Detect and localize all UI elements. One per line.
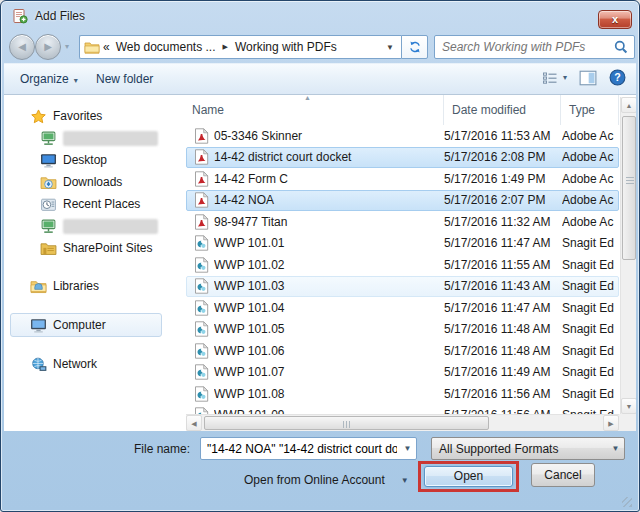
file-row[interactable]: WWP 101.095/17/2016 11:56 AMSnagit Ed [186, 405, 619, 415]
sidebar-item-libraries[interactable]: Libraries [4, 275, 186, 297]
folder-icon [84, 41, 100, 54]
sidebar-item-computer[interactable]: Computer [10, 313, 162, 337]
open-button[interactable]: Open [424, 466, 513, 487]
file-name-label: File name: [134, 442, 190, 456]
column-header-type[interactable]: Type [561, 95, 619, 125]
chevron-down-icon[interactable] [399, 444, 416, 453]
file-row[interactable]: WWP 101.085/17/2016 11:56 AMSnagit Ed [186, 383, 619, 405]
sidebar-item-redacted[interactable] [4, 215, 186, 237]
annotation-highlight: Open [418, 461, 519, 492]
file-row[interactable]: 14-42 NOA5/17/2016 2:07 PMAdobe Ac [186, 190, 619, 212]
sidebar-item-network[interactable]: Network [4, 353, 186, 375]
file-type: Adobe Ac [562, 215, 618, 229]
refresh-button[interactable] [401, 35, 428, 59]
file-row[interactable]: 14-42 district court docket5/17/2016 2:0… [186, 147, 619, 169]
redacted-label [63, 131, 158, 146]
views-button[interactable] [542, 71, 567, 85]
breadcrumb-overflow-icon[interactable] [103, 40, 110, 54]
file-row[interactable]: WWP 101.025/17/2016 11:55 AMSnagit Ed [186, 254, 619, 276]
address-dropdown-icon[interactable] [386, 43, 397, 52]
chevron-down-icon [607, 444, 624, 453]
vertical-scrollbar-thumb[interactable] [622, 116, 636, 260]
sidebar-item-recent-places[interactable]: Recent Places [4, 193, 186, 215]
file-date-modified: 5/17/2016 11:47 AM [444, 236, 562, 250]
libraries-icon [30, 279, 47, 294]
close-button[interactable]: x [598, 10, 632, 29]
file-row[interactable]: WWP 101.055/17/2016 11:48 AMSnagit Ed [186, 319, 619, 341]
sidebar-item-sharepoint-sites[interactable]: SharePoint Sites [4, 237, 186, 259]
horizontal-scrollbar[interactable] [186, 414, 619, 431]
add-files-dialog: Add Files x Web documents ... Working wi… [0, 0, 640, 512]
file-name: WWP 101.02 [214, 258, 444, 272]
file-row[interactable]: WWP 101.075/17/2016 11:49 AMSnagit Ed [186, 362, 619, 384]
file-type: Snagit Ed [562, 258, 618, 272]
file-name: 14-42 NOA [214, 193, 444, 207]
file-name: 98-9477 Titan [214, 215, 444, 229]
file-name: WWP 101.06 [214, 344, 444, 358]
scroll-down-icon[interactable] [621, 398, 636, 414]
history-dropdown-icon[interactable] [65, 42, 69, 51]
search-input[interactable] [435, 40, 613, 54]
file-date-modified: 5/17/2016 11:56 AM [444, 387, 562, 401]
sidebar: Favorites Desktop Downloads [4, 95, 186, 431]
file-row[interactable]: WWP 101.035/17/2016 11:43 AMSnagit Ed [186, 276, 619, 298]
window-title: Add Files [35, 9, 85, 23]
file-row[interactable]: 14-42 Form C5/17/2016 1:49 PMAdobe Ac [186, 168, 619, 190]
chevron-down-icon [563, 73, 567, 82]
search-box[interactable] [434, 35, 635, 59]
file-name: WWP 101.07 [214, 365, 444, 379]
cancel-button[interactable]: Cancel [531, 463, 595, 487]
breadcrumb-current[interactable]: Working with PDFs [235, 40, 337, 54]
file-row[interactable]: 05-3346 Skinner5/17/2016 11:53 AMAdobe A… [186, 125, 619, 147]
file-row[interactable]: WWP 101.015/17/2016 11:47 AMSnagit Ed [186, 233, 619, 255]
sidebar-item-favorites[interactable]: Favorites [4, 105, 186, 127]
scroll-left-icon[interactable] [186, 415, 202, 431]
pdf-file-icon [194, 149, 209, 165]
scroll-right-icon[interactable] [603, 415, 619, 431]
sidebar-item-desktop[interactable]: Desktop [4, 149, 186, 171]
file-name-input[interactable] [201, 442, 399, 456]
help-icon[interactable]: ? [609, 69, 626, 86]
file-type: Snagit Ed [562, 279, 618, 293]
column-header-name[interactable]: Name [186, 95, 444, 125]
sort-ascending-icon [304, 95, 311, 101]
preview-pane-icon[interactable] [579, 70, 597, 86]
resize-grip-icon[interactable] [622, 497, 632, 507]
back-button[interactable] [9, 34, 35, 60]
snagit-file-icon [194, 300, 209, 316]
file-type: Adobe Ac [562, 129, 618, 143]
chevron-down-icon [401, 476, 409, 485]
forward-button[interactable] [35, 34, 61, 60]
downloads-icon [40, 175, 57, 190]
file-list: Name Date modified Type 05-3346 Skinner5… [186, 95, 636, 431]
file-row[interactable]: WWP 101.045/17/2016 11:47 AMSnagit Ed [186, 297, 619, 319]
organize-button[interactable]: Organize [20, 72, 78, 86]
app-icon [12, 8, 28, 24]
breadcrumb-parent[interactable]: Web documents ... [116, 40, 216, 54]
new-folder-button[interactable]: New folder [96, 72, 153, 86]
column-header-date-modified[interactable]: Date modified [444, 95, 561, 125]
file-name: 14-42 district court docket [214, 150, 444, 164]
file-name: WWP 101.05 [214, 322, 444, 336]
file-row[interactable]: WWP 101.065/17/2016 11:48 AMSnagit Ed [186, 340, 619, 362]
open-from-online-account-button[interactable]: Open from Online Account [244, 469, 409, 491]
breadcrumb-separator-icon[interactable] [223, 43, 228, 51]
sidebar-item-redacted[interactable] [4, 127, 186, 149]
scroll-up-icon[interactable] [621, 97, 636, 113]
search-icon[interactable] [613, 39, 629, 55]
sidebar-item-downloads[interactable]: Downloads [4, 171, 186, 193]
file-name-combobox[interactable] [200, 437, 417, 460]
file-type: Snagit Ed [562, 387, 618, 401]
svg-text:?: ? [614, 71, 620, 83]
file-format-dropdown[interactable]: All Supported Formats [431, 437, 625, 460]
pdf-file-icon [194, 128, 209, 144]
sharepoint-folder-icon [40, 241, 57, 256]
file-row[interactable]: 98-9477 Titan5/17/2016 11:32 AMAdobe Ac [186, 211, 619, 233]
breadcrumb[interactable]: Web documents ... Working with PDFs [79, 35, 401, 59]
horizontal-scrollbar-thumb[interactable] [204, 416, 489, 430]
file-type: Snagit Ed [562, 301, 618, 315]
file-name: WWP 101.08 [214, 387, 444, 401]
file-date-modified: 5/17/2016 11:55 AM [444, 258, 562, 272]
vertical-scrollbar[interactable] [620, 97, 636, 414]
titlebar[interactable]: Add Files x [1, 1, 639, 31]
